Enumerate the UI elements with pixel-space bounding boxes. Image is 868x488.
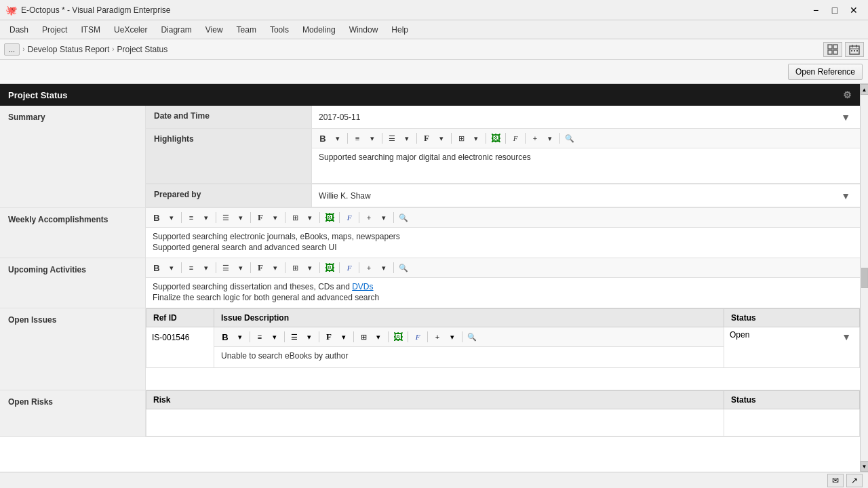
table-btn-weekly[interactable]: ⊞ — [288, 211, 302, 224]
plus-btn-weekly[interactable]: + — [362, 211, 376, 224]
issue-desc-text[interactable]: Unable to search eBooks by author — [214, 347, 724, 367]
plus-btn-highlights[interactable]: + — [528, 131, 542, 145]
bold-btn-issue[interactable]: B — [218, 330, 232, 344]
menu-window[interactable]: Window — [342, 22, 385, 37]
align-btn-weekly[interactable]: ≡ — [184, 211, 198, 224]
menu-diagram[interactable]: Diagram — [154, 22, 198, 37]
scroll-down-button[interactable]: ▼ — [861, 461, 869, 472]
minimize-button[interactable]: − — [807, 3, 825, 17]
menu-help[interactable]: Help — [384, 22, 415, 37]
menu-view[interactable]: View — [199, 22, 230, 37]
menu-uexceler[interactable]: UeXceler — [107, 22, 154, 37]
menu-tools[interactable]: Tools — [263, 22, 296, 37]
plus-btn-issue[interactable]: + — [431, 330, 444, 344]
date-time-value-cell[interactable]: 2017-05-11 ▼ — [312, 106, 860, 128]
italic-btn-highlights[interactable]: F — [509, 131, 522, 145]
bold-btn-highlights[interactable]: B — [316, 131, 330, 145]
align-dropdown-highlights[interactable]: ▾ — [366, 131, 379, 145]
table-btn-highlights[interactable]: ⊞ — [454, 131, 468, 145]
list-btn-issue[interactable]: ☰ — [288, 330, 301, 344]
settings-icon[interactable]: ⚙ — [843, 89, 852, 100]
highlights-content[interactable]: Supported searching major digital and el… — [312, 148, 860, 176]
binoculars-btn-weekly[interactable]: 🔍 — [397, 211, 410, 224]
align-btn-upcoming[interactable]: ≡ — [184, 261, 198, 274]
plus-dropdown-weekly[interactable]: ▾ — [377, 211, 391, 224]
maximize-button[interactable]: □ — [826, 3, 844, 17]
bold-dropdown-weekly[interactable]: ▾ — [165, 211, 178, 224]
dvds-link[interactable]: DVDs — [352, 282, 373, 291]
font-btn-weekly[interactable]: F — [254, 211, 267, 224]
list-btn-upcoming[interactable]: ☰ — [219, 261, 233, 274]
bold-btn-weekly[interactable]: B — [150, 211, 163, 224]
italic-btn-weekly[interactable]: F — [342, 211, 356, 224]
bold-dropdown-highlights[interactable]: ▾ — [331, 131, 344, 145]
calendar-view-button[interactable] — [845, 42, 864, 57]
list-dropdown-upcoming[interactable]: ▾ — [234, 261, 248, 274]
scroll-thumb[interactable] — [861, 268, 868, 288]
plus-dropdown-upcoming[interactable]: ▾ — [377, 261, 391, 274]
italic-btn-upcoming[interactable]: F — [342, 261, 356, 274]
breadcrumb-right-icons — [823, 42, 864, 57]
list-dropdown-highlights[interactable]: ▾ — [400, 131, 414, 145]
date-dropdown-arrow[interactable]: ▼ — [841, 112, 853, 123]
font-dropdown-upcoming[interactable]: ▾ — [269, 261, 282, 274]
align-btn-highlights[interactable]: ≡ — [351, 131, 364, 145]
table-dropdown-weekly[interactable]: ▾ — [303, 211, 317, 224]
breadcrumb-item-1[interactable]: Develop Status Report — [28, 45, 110, 54]
breadcrumb-item-2[interactable]: Project Status — [117, 45, 168, 54]
plus-dropdown-issue[interactable]: ▾ — [446, 330, 459, 344]
table-btn-issue[interactable]: ⊞ — [357, 330, 370, 344]
breadcrumb-more-button[interactable]: ... — [4, 43, 20, 56]
menu-modeling[interactable]: Modeling — [296, 22, 342, 37]
open-reference-button[interactable]: Open Reference — [788, 64, 863, 80]
prepared-by-dropdown-arrow[interactable]: ▼ — [841, 190, 853, 201]
list-dropdown-issue[interactable]: ▾ — [302, 330, 316, 344]
table-dropdown-issue[interactable]: ▾ — [372, 330, 385, 344]
image-green-btn-upcoming[interactable]: 🖼 — [323, 261, 336, 274]
italic-btn-issue[interactable]: F — [411, 330, 425, 344]
font-dropdown-weekly[interactable]: ▾ — [269, 211, 282, 224]
weekly-toolbar: B ▾ ≡ ▾ ☰ ▾ F ▾ ⊞ ▾ 🖼 F — [146, 208, 860, 228]
wsep6 — [339, 212, 340, 223]
bold-btn-upcoming[interactable]: B — [150, 261, 163, 274]
plus-dropdown-highlights[interactable]: ▾ — [543, 131, 557, 145]
table-btn-upcoming[interactable]: ⊞ — [288, 261, 302, 274]
align-dropdown-issue[interactable]: ▾ — [268, 330, 281, 344]
list-btn-weekly[interactable]: ☰ — [219, 211, 233, 224]
font-dropdown-issue[interactable]: ▾ — [337, 330, 351, 344]
list-btn-highlights[interactable]: ☰ — [385, 131, 399, 145]
issue-status-dropdown[interactable]: ▼ — [842, 331, 854, 342]
binoculars-btn-upcoming[interactable]: 🔍 — [397, 261, 410, 274]
font-btn-highlights[interactable]: F — [420, 131, 433, 145]
highlights-label: Highlights — [146, 129, 312, 183]
align-dropdown-upcoming[interactable]: ▾ — [199, 261, 213, 274]
binoculars-btn-issue[interactable]: 🔍 — [465, 330, 479, 344]
plus-btn-upcoming[interactable]: + — [362, 261, 376, 274]
upcoming-content[interactable]: Supported searching dissertation and the… — [146, 278, 860, 308]
prepared-by-value-cell[interactable]: Willie K. Shaw ▼ — [312, 184, 860, 207]
image-green-btn-issue[interactable]: 🖼 — [391, 330, 405, 344]
menu-dash[interactable]: Dash — [3, 22, 35, 37]
table-dropdown-highlights[interactable]: ▾ — [469, 131, 483, 145]
align-dropdown-weekly[interactable]: ▾ — [199, 211, 213, 224]
weekly-line2: Supported general search and advanced se… — [153, 243, 853, 252]
menu-team[interactable]: Team — [230, 22, 263, 37]
bold-dropdown-issue[interactable]: ▾ — [233, 330, 247, 344]
image-green-btn-highlights[interactable]: 🖼 — [489, 131, 502, 145]
table-dropdown-upcoming[interactable]: ▾ — [303, 261, 317, 274]
bold-dropdown-upcoming[interactable]: ▾ — [165, 261, 178, 274]
close-button[interactable]: ✕ — [845, 3, 863, 17]
menu-project[interactable]: Project — [35, 22, 74, 37]
font-btn-upcoming[interactable]: F — [254, 261, 267, 274]
issue-status-cell[interactable]: Open ▼ — [724, 327, 860, 368]
grid-view-button[interactable] — [823, 42, 842, 57]
weekly-content[interactable]: Supported searching electronic journals,… — [146, 228, 860, 258]
font-dropdown-highlights[interactable]: ▾ — [435, 131, 448, 145]
align-btn-issue[interactable]: ≡ — [253, 330, 267, 344]
list-dropdown-weekly[interactable]: ▾ — [234, 211, 248, 224]
menu-itsm[interactable]: ITSM — [74, 22, 107, 37]
binoculars-btn-highlights[interactable]: 🔍 — [563, 131, 576, 145]
scroll-up-button[interactable]: ▲ — [861, 84, 869, 95]
image-green-btn-weekly[interactable]: 🖼 — [323, 211, 336, 224]
font-btn-issue[interactable]: F — [322, 330, 336, 344]
